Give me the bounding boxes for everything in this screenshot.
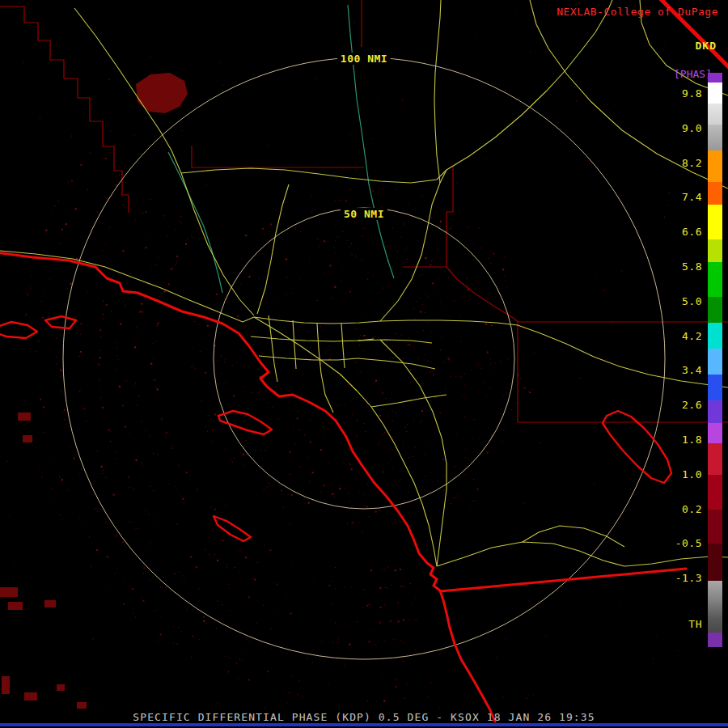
colorbar-tick-label: 0.2 (667, 503, 702, 515)
colorbar-tick-label: TH (667, 618, 702, 630)
range-ring-100nmi-label: 100 NMI (337, 53, 391, 65)
colorbar-tick-label: 4.2 (667, 330, 702, 342)
colorbar-tick-label: 9.8 (667, 87, 702, 99)
radar-map (0, 0, 728, 728)
salton-sea-outline (603, 411, 671, 483)
product-tag-label: [PHAS] (674, 68, 712, 80)
colorbar-tick-label: 6.6 (667, 226, 702, 238)
radar-echo-speckles (6, 15, 678, 709)
colorbar-tick-label: -0.5 (667, 537, 702, 549)
colorbar-tick-label: 7.4 (667, 191, 702, 203)
santa-catalina-island (218, 411, 272, 434)
colorbar-tick-label: 1.0 (667, 468, 702, 480)
station-product-code: DKD (696, 40, 717, 52)
colorbar-tick-label: 3.4 (667, 364, 702, 376)
colorbar-tick-label: 5.8 (667, 260, 702, 273)
colorbar-tick-label: 8.2 (667, 157, 702, 169)
colorbar-tick-label: -1.3 (667, 572, 702, 584)
highways (0, 0, 728, 566)
channel-island-east (45, 316, 76, 328)
colorbar-tick-label: 9.0 (667, 122, 702, 134)
product-title: SPECIFIC DIFFERENTIAL PHASE (KDP) 0.5 DE… (133, 711, 595, 723)
islands (0, 316, 671, 541)
rivers (168, 5, 394, 293)
colorbar-tick-label: 5.0 (667, 295, 702, 307)
brand-label: NEXLAB-College of DuPage (557, 6, 718, 18)
mexico-border-line (440, 569, 686, 591)
colorbar-tick-label: 2.6 (667, 399, 702, 411)
san-clemente-island (214, 516, 251, 541)
channel-island-west (0, 322, 37, 338)
colorbar-tick-label: 1.8 (667, 434, 702, 446)
range-ring-50nmi-label: 50 NMI (341, 208, 387, 220)
color-scale-bar (708, 73, 722, 647)
bottom-blue-bar (0, 723, 728, 726)
radar-echo-patches (0, 73, 188, 709)
radar-display: NEXLAB-College of DuPage DKD [PHAS] 100 … (0, 0, 728, 728)
